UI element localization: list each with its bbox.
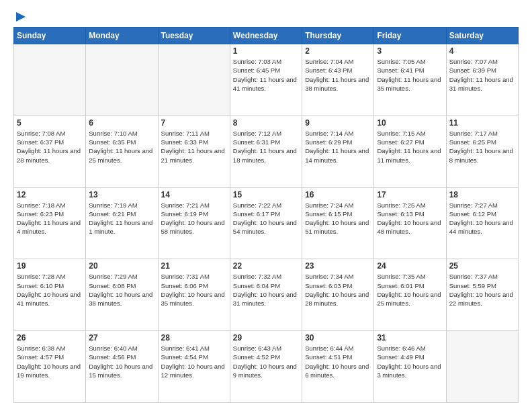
- day-cell: 21Sunrise: 7:31 AM Sunset: 6:06 PM Dayli…: [158, 259, 230, 331]
- day-number: 18: [449, 190, 515, 199]
- day-cell: 15Sunrise: 7:22 AM Sunset: 6:17 PM Dayli…: [230, 187, 302, 259]
- day-cell: 13Sunrise: 7:19 AM Sunset: 6:21 PM Dayli…: [86, 187, 158, 259]
- day-number: 2: [305, 46, 371, 56]
- day-number: 21: [161, 261, 227, 271]
- day-info: Sunrise: 7:07 AM Sunset: 6:39 PM Dayligh…: [449, 57, 515, 93]
- day-info: Sunrise: 7:27 AM Sunset: 6:12 PM Dayligh…: [449, 201, 515, 236]
- day-number: 11: [449, 118, 515, 128]
- day-info: Sunrise: 6:46 AM Sunset: 4:49 PM Dayligh…: [377, 344, 443, 379]
- day-cell: 17Sunrise: 7:25 AM Sunset: 6:13 PM Dayli…: [374, 187, 446, 259]
- day-cell: 6Sunrise: 7:10 AM Sunset: 6:35 PM Daylig…: [86, 116, 158, 187]
- header: [13, 11, 519, 20]
- day-info: Sunrise: 7:10 AM Sunset: 6:35 PM Dayligh…: [89, 129, 154, 165]
- day-cell: 29Sunrise: 6:43 AM Sunset: 4:52 PM Dayli…: [230, 331, 302, 403]
- calendar-table: SundayMondayTuesdayWednesdayThursdayFrid…: [13, 27, 519, 403]
- day-cell: 14Sunrise: 7:21 AM Sunset: 6:19 PM Dayli…: [158, 187, 230, 259]
- day-info: Sunrise: 7:05 AM Sunset: 6:41 PM Dayligh…: [377, 57, 443, 93]
- day-cell: 23Sunrise: 7:34 AM Sunset: 6:03 PM Dayli…: [302, 259, 374, 331]
- logo: [13, 11, 27, 20]
- day-cell: 22Sunrise: 7:32 AM Sunset: 6:04 PM Dayli…: [230, 259, 302, 331]
- day-cell: [158, 44, 230, 116]
- day-cell: [14, 44, 86, 116]
- day-number: 22: [233, 261, 299, 271]
- day-cell: 20Sunrise: 7:29 AM Sunset: 6:08 PM Dayli…: [86, 259, 158, 331]
- day-number: 3: [377, 46, 443, 56]
- day-info: Sunrise: 7:24 AM Sunset: 6:15 PM Dayligh…: [305, 201, 371, 236]
- day-number: 15: [233, 190, 299, 199]
- day-info: Sunrise: 6:40 AM Sunset: 4:56 PM Dayligh…: [89, 344, 154, 379]
- day-info: Sunrise: 7:32 AM Sunset: 6:04 PM Dayligh…: [233, 272, 299, 308]
- weekday-header-monday: Monday: [86, 28, 158, 44]
- day-cell: 31Sunrise: 6:46 AM Sunset: 4:49 PM Dayli…: [374, 331, 446, 403]
- day-info: Sunrise: 7:37 AM Sunset: 5:59 PM Dayligh…: [449, 272, 515, 308]
- day-number: 25: [449, 261, 515, 271]
- day-info: Sunrise: 7:28 AM Sunset: 6:10 PM Dayligh…: [17, 272, 83, 308]
- day-number: 20: [89, 261, 154, 271]
- weekday-header-saturday: Saturday: [446, 28, 518, 44]
- day-cell: [86, 44, 158, 116]
- day-cell: 2Sunrise: 7:04 AM Sunset: 6:43 PM Daylig…: [302, 44, 374, 116]
- day-cell: 19Sunrise: 7:28 AM Sunset: 6:10 PM Dayli…: [14, 259, 86, 331]
- day-info: Sunrise: 6:44 AM Sunset: 4:51 PM Dayligh…: [305, 344, 371, 379]
- day-number: 30: [305, 333, 371, 342]
- day-number: 12: [17, 190, 83, 199]
- day-info: Sunrise: 7:03 AM Sunset: 6:45 PM Dayligh…: [233, 57, 299, 93]
- day-info: Sunrise: 7:19 AM Sunset: 6:21 PM Dayligh…: [89, 201, 154, 236]
- day-number: 1: [233, 46, 299, 56]
- day-cell: 10Sunrise: 7:15 AM Sunset: 6:27 PM Dayli…: [374, 116, 446, 187]
- logo-flag-icon: [15, 11, 27, 23]
- day-number: 26: [17, 333, 83, 342]
- day-number: 27: [89, 333, 154, 342]
- weekday-header-row: SundayMondayTuesdayWednesdayThursdayFrid…: [14, 28, 519, 44]
- day-info: Sunrise: 7:04 AM Sunset: 6:43 PM Dayligh…: [305, 57, 371, 93]
- week-row-5: 26Sunrise: 6:38 AM Sunset: 4:57 PM Dayli…: [14, 331, 519, 403]
- day-cell: 27Sunrise: 6:40 AM Sunset: 4:56 PM Dayli…: [86, 331, 158, 403]
- day-info: Sunrise: 7:12 AM Sunset: 6:31 PM Dayligh…: [233, 129, 299, 165]
- day-number: 17: [377, 190, 443, 199]
- day-number: 28: [161, 333, 227, 342]
- day-info: Sunrise: 7:29 AM Sunset: 6:08 PM Dayligh…: [89, 272, 154, 308]
- day-number: 31: [377, 333, 443, 342]
- day-info: Sunrise: 7:31 AM Sunset: 6:06 PM Dayligh…: [161, 272, 227, 308]
- day-cell: 1Sunrise: 7:03 AM Sunset: 6:45 PM Daylig…: [230, 44, 302, 116]
- day-cell: 9Sunrise: 7:14 AM Sunset: 6:29 PM Daylig…: [302, 116, 374, 187]
- day-cell: 16Sunrise: 7:24 AM Sunset: 6:15 PM Dayli…: [302, 187, 374, 259]
- svg-marker-0: [16, 12, 26, 21]
- week-row-4: 19Sunrise: 7:28 AM Sunset: 6:10 PM Dayli…: [14, 259, 519, 331]
- day-cell: 11Sunrise: 7:17 AM Sunset: 6:25 PM Dayli…: [446, 116, 518, 187]
- day-info: Sunrise: 7:25 AM Sunset: 6:13 PM Dayligh…: [377, 201, 443, 236]
- week-row-1: 1Sunrise: 7:03 AM Sunset: 6:45 PM Daylig…: [14, 44, 519, 116]
- day-info: Sunrise: 7:14 AM Sunset: 6:29 PM Dayligh…: [305, 129, 371, 165]
- day-cell: 24Sunrise: 7:35 AM Sunset: 6:01 PM Dayli…: [374, 259, 446, 331]
- day-number: 19: [17, 261, 83, 271]
- day-cell: 5Sunrise: 7:08 AM Sunset: 6:37 PM Daylig…: [14, 116, 86, 187]
- day-info: Sunrise: 7:34 AM Sunset: 6:03 PM Dayligh…: [305, 272, 371, 308]
- day-number: 6: [89, 118, 154, 128]
- day-info: Sunrise: 7:17 AM Sunset: 6:25 PM Dayligh…: [449, 129, 515, 165]
- page: SundayMondayTuesdayWednesdayThursdayFrid…: [0, 0, 532, 411]
- day-info: Sunrise: 6:41 AM Sunset: 4:54 PM Dayligh…: [161, 344, 227, 379]
- day-cell: 28Sunrise: 6:41 AM Sunset: 4:54 PM Dayli…: [158, 331, 230, 403]
- day-number: 23: [305, 261, 371, 271]
- day-number: 13: [89, 190, 154, 199]
- day-number: 16: [305, 190, 371, 199]
- day-info: Sunrise: 7:08 AM Sunset: 6:37 PM Dayligh…: [17, 129, 83, 165]
- day-number: 24: [377, 261, 443, 271]
- day-cell: 25Sunrise: 7:37 AM Sunset: 5:59 PM Dayli…: [446, 259, 518, 331]
- day-cell: 8Sunrise: 7:12 AM Sunset: 6:31 PM Daylig…: [230, 116, 302, 187]
- day-info: Sunrise: 7:35 AM Sunset: 6:01 PM Dayligh…: [377, 272, 443, 308]
- day-info: Sunrise: 6:43 AM Sunset: 4:52 PM Dayligh…: [233, 344, 299, 379]
- day-cell: 3Sunrise: 7:05 AM Sunset: 6:41 PM Daylig…: [374, 44, 446, 116]
- day-number: 7: [161, 118, 227, 128]
- day-number: 29: [233, 333, 299, 342]
- day-number: 14: [161, 190, 227, 199]
- day-number: 8: [233, 118, 299, 128]
- day-cell: [446, 331, 518, 403]
- day-info: Sunrise: 7:22 AM Sunset: 6:17 PM Dayligh…: [233, 201, 299, 236]
- day-number: 9: [305, 118, 371, 128]
- week-row-3: 12Sunrise: 7:18 AM Sunset: 6:23 PM Dayli…: [14, 187, 519, 259]
- weekday-header-thursday: Thursday: [302, 28, 374, 44]
- day-number: 5: [17, 118, 83, 128]
- week-row-2: 5Sunrise: 7:08 AM Sunset: 6:37 PM Daylig…: [14, 116, 519, 187]
- day-cell: 4Sunrise: 7:07 AM Sunset: 6:39 PM Daylig…: [446, 44, 518, 116]
